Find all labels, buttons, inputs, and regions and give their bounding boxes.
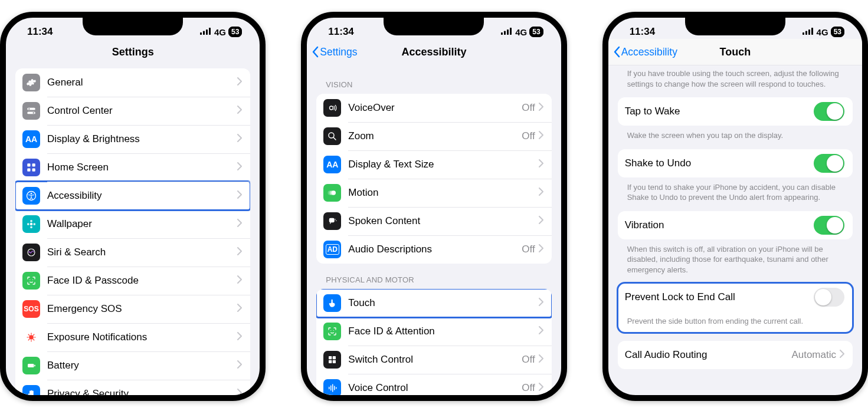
svg-line-30 — [33, 334, 34, 336]
row-exposure[interactable]: Exposure Notifications — [15, 323, 250, 351]
row-label: Exposure Notifications — [47, 331, 237, 343]
svg-point-18 — [33, 223, 35, 225]
row-prevent-lock-end-call[interactable]: Prevent Lock to End Call — [618, 283, 853, 311]
svg-point-17 — [27, 223, 30, 225]
row-wallpaper[interactable]: Wallpaper — [15, 210, 250, 238]
nav-title: Touch — [719, 46, 751, 58]
row-label: Tap to Wake — [625, 106, 814, 117]
row-shake-to-undo[interactable]: Shake to Undo — [618, 149, 853, 177]
row-tap-to-wake[interactable]: Tap to Wake — [618, 97, 853, 126]
chevron-icon — [539, 159, 543, 170]
prevent-lock-note: Prevent the side button from ending the … — [618, 311, 853, 333]
svg-rect-8 — [27, 163, 30, 166]
row-label: Siri & Search — [47, 246, 237, 258]
svg-line-29 — [28, 339, 30, 340]
row-vibration[interactable]: Vibration — [618, 211, 853, 239]
svg-rect-51 — [333, 360, 336, 363]
status-time: 11:34 — [621, 26, 655, 38]
row-general[interactable]: General — [15, 68, 250, 97]
back-button[interactable]: Accessibility — [613, 39, 677, 65]
ad-icon: AD — [323, 241, 341, 258]
toggle-shake-to-undo[interactable] — [814, 154, 844, 173]
status-network: 4G — [817, 27, 828, 37]
row-label: Switch Control — [348, 354, 522, 366]
chevron-icon — [840, 350, 844, 360]
svg-rect-10 — [27, 169, 30, 172]
row-label: Display & Brightness — [47, 133, 237, 145]
row-spoken[interactable]: Spoken Content — [316, 207, 551, 235]
row-label: General — [47, 77, 237, 88]
chevron-icon — [539, 326, 543, 337]
chevron-icon — [237, 247, 242, 258]
row-label: Audio Descriptions — [348, 244, 522, 255]
svg-line-28 — [33, 339, 34, 340]
chevron-icon — [539, 298, 543, 308]
signal-icon — [803, 26, 814, 38]
row-label: Accessibility — [47, 190, 237, 202]
voiceover-icon — [323, 99, 341, 117]
svg-rect-2 — [206, 29, 208, 35]
svg-rect-59 — [808, 29, 810, 35]
row-battery[interactable]: Battery — [15, 351, 250, 380]
row-accessibility[interactable]: Accessibility — [15, 182, 250, 210]
svg-point-42 — [328, 190, 333, 195]
row-faceid[interactable]: Face ID & Passcode — [15, 267, 250, 295]
back-button[interactable]: Settings — [312, 39, 357, 65]
row-value: Automatic — [791, 349, 836, 361]
notch — [384, 18, 484, 35]
chevron-icon — [539, 131, 543, 142]
row-label: Face ID & Passcode — [47, 275, 237, 287]
row-switch-ctrl[interactable]: Switch Control Off — [316, 346, 551, 374]
svg-point-20 — [30, 280, 30, 280]
vision-list: VoiceOver Off Zoom Off AA Display & Text… — [316, 94, 551, 264]
physical-list: Touch Face ID & Attention Switch Control… — [316, 289, 551, 395]
svg-rect-52 — [329, 387, 330, 390]
back-label: Accessibility — [621, 46, 677, 58]
svg-rect-55 — [334, 386, 335, 390]
row-control-center[interactable]: Control Center — [15, 97, 250, 125]
toggle-tap-to-wake[interactable] — [814, 102, 844, 121]
battery-indicator: 53 — [831, 27, 844, 37]
svg-point-38 — [329, 133, 334, 138]
row-display[interactable]: AA Display & Brightness — [15, 125, 250, 153]
chevron-icon — [237, 190, 242, 201]
svg-point-15 — [30, 220, 32, 222]
row-value: Off — [522, 244, 535, 255]
svg-rect-50 — [329, 360, 332, 363]
row-sos[interactable]: SOS Emergency SOS — [15, 295, 250, 323]
row-call-audio-routing[interactable]: Call Audio Routing Automatic — [618, 341, 853, 369]
svg-point-5 — [28, 108, 30, 109]
row-audio-desc[interactable]: AD Audio Descriptions Off — [316, 235, 551, 264]
battery-indicator: 53 — [529, 27, 543, 37]
row-value: Off — [522, 130, 535, 142]
row-touch[interactable]: Touch — [316, 289, 551, 317]
row-zoom[interactable]: Zoom Off — [316, 122, 551, 150]
row-motion[interactable]: Motion — [316, 179, 551, 207]
svg-point-14 — [30, 223, 33, 226]
row-face-attn[interactable]: Face ID & Attention — [316, 317, 551, 346]
row-home-screen[interactable]: Home Screen — [15, 153, 250, 182]
row-siri[interactable]: Siri & Search — [15, 238, 250, 267]
row-voice-ctrl[interactable]: Voice Control Off — [316, 374, 551, 395]
toggle-prevent-lock[interactable] — [814, 288, 844, 307]
flower-icon — [22, 215, 40, 233]
svg-rect-36 — [510, 28, 512, 35]
chevron-icon — [237, 77, 242, 88]
back-label: Settings — [320, 46, 357, 58]
nav-bar: Accessibility Touch — [608, 39, 862, 65]
svg-rect-9 — [32, 163, 35, 166]
svg-rect-0 — [200, 32, 202, 35]
battery-indicator: 53 — [228, 27, 242, 37]
row-privacy[interactable]: Privacy & Security — [15, 380, 250, 395]
row-display-text[interactable]: AA Display & Text Size — [316, 150, 551, 179]
row-label: Prevent Lock to End Call — [625, 291, 814, 303]
nav-title: Accessibility — [401, 46, 466, 58]
chevron-icon — [237, 389, 242, 395]
motion-icon — [323, 184, 341, 202]
row-label: Vibration — [625, 219, 814, 231]
row-voiceover[interactable]: VoiceOver Off — [316, 94, 551, 122]
svg-rect-60 — [811, 28, 813, 35]
sos-icon: SOS — [22, 300, 40, 318]
toggle-vibration[interactable] — [814, 216, 844, 235]
row-value: Off — [522, 382, 535, 394]
